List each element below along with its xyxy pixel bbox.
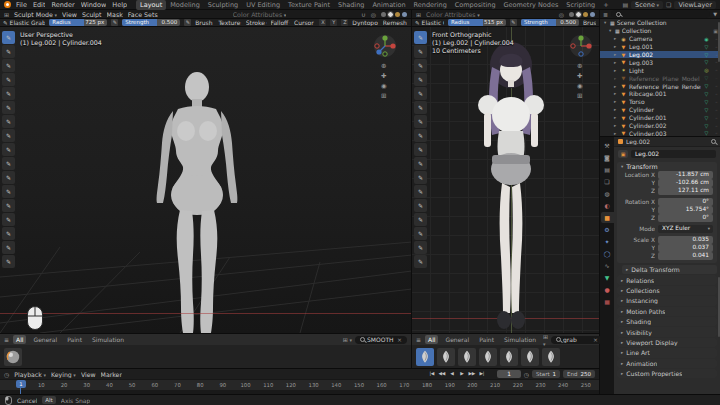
sculpt-tool-button[interactable] [2, 31, 15, 44]
object-dropdown-icon[interactable]: ▣ [618, 150, 628, 158]
active-brush-selector[interactable]: Elastic Grab [3, 19, 45, 26]
value-field[interactable]: XYZ Euler [658, 225, 713, 232]
radius-edit-icon[interactable]: ✎ [510, 19, 517, 26]
playback-button[interactable]: ▶| [477, 370, 486, 378]
playback-button[interactable]: ◀◀ [437, 370, 446, 378]
color-attributes-selector[interactable]: Color Attributes [233, 11, 287, 18]
properties-tab[interactable]: ∿ [601, 260, 614, 271]
outliner-item[interactable]: ▸ Leg.002 ◦ [600, 51, 720, 59]
outliner-item[interactable]: ▸ Cylinder.001 ◦ [600, 114, 720, 122]
sculpt-tool-button[interactable] [2, 87, 15, 100]
render-visibility-icon[interactable]: ◦ [712, 75, 718, 81]
outliner-item[interactable]: ▸ Cylinder.003 ◦ [600, 129, 720, 137]
properties-tab[interactable]: ◍ [601, 188, 614, 199]
sculpt-tool-button[interactable] [414, 199, 427, 212]
mode-selector[interactable]: Sculpt Mode [14, 11, 57, 18]
scene-selector[interactable]: Scene [631, 1, 663, 9]
sculpt-tool-button[interactable] [2, 199, 15, 212]
properties-tab[interactable]: ✦ [601, 236, 614, 247]
editor-type-icon[interactable]: ⊞ [416, 11, 421, 18]
value-field[interactable]: 0° [658, 198, 713, 205]
outliner-item[interactable]: ▸ Cylinder.002 ◦ [600, 122, 720, 130]
workspace-tab[interactable]: Texture Paint [284, 0, 334, 10]
viewlayer-selector[interactable]: ViewLayer [674, 1, 716, 9]
expand-icon[interactable]: ▸ [614, 52, 618, 57]
properties-tab[interactable]: ⚒ [601, 140, 614, 151]
brush-menu[interactable]: Brush [583, 19, 596, 26]
current-frame-field[interactable]: 1 [497, 370, 521, 378]
property-section-header[interactable]: ▸ Animation [617, 359, 717, 368]
workspace-tab[interactable]: Modeling [166, 0, 204, 10]
falloff-menu[interactable]: Falloff [271, 19, 291, 26]
camera-view-icon[interactable]: ◉ [381, 83, 387, 90]
property-section-header[interactable]: ▸ Custom Properties [617, 369, 717, 378]
sculpt-tool-button[interactable] [414, 185, 427, 198]
clear-search-icon[interactable]: × [593, 336, 598, 343]
timeline-ruler[interactable]: 1020304050607080901001101201301401501601… [0, 379, 599, 390]
outliner-item[interactable]: ▸ Camera ◦ [600, 35, 720, 43]
brush-thumbnail[interactable] [416, 348, 434, 366]
start-frame-field[interactable]: Start1 [532, 370, 560, 378]
sculpt-tool-button[interactable] [414, 143, 427, 156]
view-menu[interactable]: View [62, 11, 77, 18]
outliner-item[interactable]: ▸ Cylinder ◦ [600, 106, 720, 114]
rendered-shading-icon[interactable] [590, 12, 595, 17]
sculpt-tool-button[interactable] [2, 115, 15, 128]
radius-edit-icon[interactable]: ✎ [111, 19, 118, 26]
marker-menu[interactable]: Marker [101, 371, 122, 378]
expand-icon[interactable]: ▾ [604, 20, 608, 25]
property-section-header[interactable]: ▸ Line Art [617, 348, 717, 357]
outliner-search-input[interactable] [611, 10, 710, 18]
end-frame-field[interactable]: End250 [563, 370, 595, 378]
brush-search-input[interactable]: SMOOTH × [355, 336, 407, 344]
sculpt-tool-button[interactable] [414, 101, 427, 114]
material-shading-icon[interactable] [395, 12, 400, 17]
symmetry-x-button[interactable]: X [319, 19, 326, 26]
shelf-menu-icon[interactable]: ≡ [416, 336, 421, 343]
brush-thumbnail[interactable] [542, 348, 560, 366]
clear-search-icon[interactable]: × [397, 336, 402, 343]
ortho-toggle-icon[interactable]: ⊞ [577, 93, 582, 100]
value-field[interactable]: 0.035 [658, 236, 713, 243]
workspace-tab[interactable]: Layout [136, 0, 166, 10]
sculpt-tool-button[interactable] [414, 115, 427, 128]
brush-thumbnail[interactable] [4, 348, 22, 366]
value-field[interactable]: 0.041 [658, 252, 713, 259]
transform-panel-header[interactable]: ▾ Transform [617, 162, 717, 171]
property-section-header[interactable]: ▸ Viewport Display [617, 338, 717, 347]
sculpt-tool-button[interactable] [414, 213, 427, 226]
move-view-icon[interactable]: ✚ [577, 73, 582, 80]
playback-button[interactable]: ◀ [447, 370, 456, 378]
sculpt-tool-button[interactable] [414, 73, 427, 86]
value-field[interactable]: 0° [658, 214, 713, 221]
render-visibility-icon[interactable]: ◦ [712, 115, 718, 121]
remesh-menu[interactable]: Remesh [383, 19, 408, 26]
editor-type-icon[interactable]: ⊞ [4, 11, 9, 18]
brush-thumbnail[interactable] [500, 348, 518, 366]
workspace-tab[interactable]: Scripting [562, 0, 599, 10]
properties-tab[interactable]: ⚙ [601, 224, 614, 235]
symmetry-y-button[interactable]: Y [330, 19, 337, 26]
playback-button[interactable]: ▶▶ [467, 370, 476, 378]
playback-menu[interactable]: Playback [14, 371, 46, 378]
timeline-editor-icon[interactable]: ◷ [4, 371, 9, 378]
sculpt-tool-button[interactable] [414, 59, 427, 72]
strength-slider[interactable]: Strength 0.500 [122, 19, 180, 26]
display-mode-icon[interactable]: ⊞ [543, 333, 548, 347]
camera-view-icon[interactable]: ◉ [577, 83, 583, 90]
radius-slider[interactable]: Radius 725 px [49, 19, 107, 26]
sculpt-tool-button[interactable] [414, 129, 427, 142]
strength-edit-icon[interactable]: ✎ [184, 19, 191, 26]
properties-tab[interactable]: ❏ [601, 176, 614, 187]
shelf-tab[interactable]: General [30, 335, 60, 344]
expand-icon[interactable]: ▸ [614, 99, 618, 104]
sculpt-tool-button[interactable] [2, 241, 15, 254]
color-attributes-selector[interactable]: Color Attributes [426, 11, 480, 18]
sculpt-tool-button[interactable] [2, 227, 15, 240]
workspace-tab[interactable]: Shading [334, 0, 368, 10]
snap-icon[interactable]: ∪ [361, 11, 365, 18]
expand-icon[interactable]: ▸ [614, 91, 618, 96]
outliner-item[interactable]: ▸ Torso ◦ [600, 98, 720, 106]
sculpt-tool-button[interactable] [2, 101, 15, 114]
mask-menu[interactable]: Mask [107, 11, 123, 18]
